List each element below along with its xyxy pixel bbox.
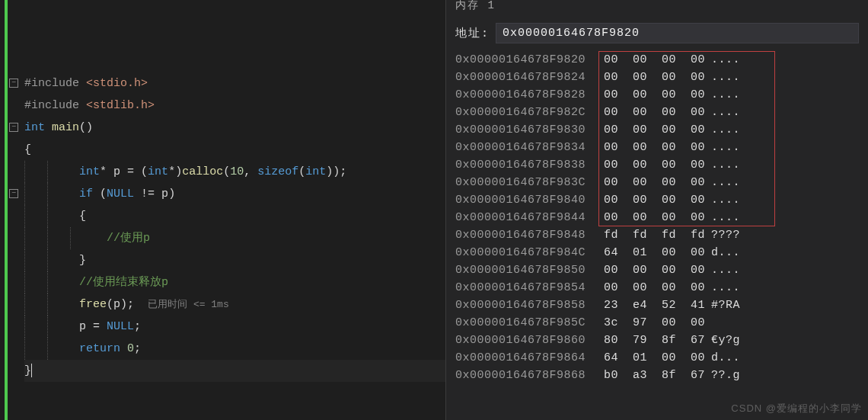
memory-row[interactable]: 0x00000164678F983C00 00 00 00.... bbox=[455, 174, 868, 191]
memory-row[interactable]: 0x00000164678F984C64 01 00 00d... bbox=[455, 244, 868, 261]
mem-bytes: 00 00 00 00 bbox=[604, 156, 707, 174]
mem-bytes: 23 e4 52 41 bbox=[604, 297, 707, 314]
mem-address: 0x00000164678F9854 bbox=[455, 279, 604, 297]
mem-bytes: 00 00 00 00 bbox=[604, 261, 707, 279]
mem-ascii: d... bbox=[707, 349, 775, 367]
mem-ascii: €y?g bbox=[707, 332, 775, 349]
memory-row[interactable]: 0x00000164678F9848fd fd fd fd???? bbox=[455, 226, 868, 244]
mem-bytes: 64 01 00 00 bbox=[604, 244, 707, 261]
mem-ascii: .... bbox=[707, 174, 775, 191]
mem-address: 0x00000164678F9850 bbox=[455, 261, 604, 279]
memory-row[interactable]: 0x00000164678F983400 00 00 00.... bbox=[455, 139, 868, 156]
fold-toggle-icon[interactable]: − bbox=[9, 123, 18, 132]
mem-ascii: .... bbox=[707, 261, 775, 279]
memory-rows: 0x00000164678F982000 00 00 00....0x00000… bbox=[446, 51, 868, 384]
mem-bytes: fd fd fd fd bbox=[604, 226, 707, 244]
mem-address: 0x00000164678F9860 bbox=[455, 332, 604, 349]
code-line[interactable]: return 0; bbox=[24, 338, 445, 360]
mem-ascii: .... bbox=[707, 121, 775, 139]
mem-address: 0x00000164678F9838 bbox=[455, 156, 604, 174]
mem-address: 0x00000164678F983C bbox=[455, 174, 604, 191]
memory-row[interactable]: 0x00000164678F9868b0 a3 8f 67??.g bbox=[455, 367, 868, 384]
mem-ascii: ???? bbox=[707, 226, 775, 244]
mem-address: 0x00000164678F9864 bbox=[455, 349, 604, 367]
memory-row[interactable]: 0x00000164678F983800 00 00 00.... bbox=[455, 156, 868, 174]
mem-address: 0x00000164678F9820 bbox=[455, 51, 604, 69]
code-line[interactable]: } bbox=[24, 360, 445, 382]
mem-bytes: 00 00 00 00 bbox=[604, 121, 707, 139]
memory-row[interactable]: 0x00000164678F986080 79 8f 67€y?g bbox=[455, 332, 868, 349]
mem-address: 0x00000164678F985C bbox=[455, 314, 604, 332]
memory-row[interactable]: 0x00000164678F985C3c 97 00 00 bbox=[455, 314, 868, 332]
code-line[interactable]: //使用结束释放p bbox=[24, 271, 445, 293]
memory-row[interactable]: 0x00000164678F982800 00 00 00.... bbox=[455, 86, 868, 104]
code-line[interactable]: //使用p bbox=[24, 227, 445, 249]
mem-ascii: .... bbox=[707, 69, 775, 86]
address-label: 地址: bbox=[455, 26, 490, 40]
mem-ascii: ??.g bbox=[707, 367, 775, 384]
mem-ascii: .... bbox=[707, 104, 775, 121]
mem-address: 0x00000164678F9830 bbox=[455, 121, 604, 139]
code-line[interactable]: { bbox=[24, 205, 445, 227]
mem-bytes: 64 01 00 00 bbox=[604, 349, 707, 367]
mem-bytes: 00 00 00 00 bbox=[604, 191, 707, 209]
memory-address-bar: 地址: bbox=[446, 17, 868, 51]
memory-row[interactable]: 0x00000164678F985823 e4 52 41#?RA bbox=[455, 297, 868, 314]
mem-ascii: .... bbox=[707, 209, 775, 226]
mem-ascii: .... bbox=[707, 191, 775, 209]
code-editor-panel: −−− #include <stdio.h>#include <stdlib.h… bbox=[0, 0, 445, 420]
code-line[interactable]: int main() bbox=[24, 117, 445, 139]
mem-ascii bbox=[707, 314, 775, 332]
mem-address: 0x00000164678F9824 bbox=[455, 69, 604, 86]
mem-ascii: #?RA bbox=[707, 297, 775, 314]
code-line[interactable]: { bbox=[24, 139, 445, 161]
memory-row[interactable]: 0x00000164678F982000 00 00 00.... bbox=[455, 51, 868, 69]
mem-bytes: 00 00 00 00 bbox=[604, 209, 707, 226]
mem-address: 0x00000164678F9834 bbox=[455, 139, 604, 156]
mem-ascii: d... bbox=[707, 244, 775, 261]
mem-address: 0x00000164678F9858 bbox=[455, 297, 604, 314]
address-input[interactable] bbox=[496, 23, 859, 43]
watermark: CSDN @爱编程的小李同学 bbox=[731, 402, 862, 415]
fold-gutter: −−− bbox=[8, 0, 21, 420]
code-line[interactable]: p = NULL; bbox=[24, 316, 445, 338]
mem-bytes: b0 a3 8f 67 bbox=[604, 367, 707, 384]
code-line[interactable]: #include <stdio.h> bbox=[24, 72, 445, 95]
memory-row[interactable]: 0x00000164678F982C00 00 00 00.... bbox=[455, 104, 868, 121]
fold-toggle-icon[interactable]: − bbox=[9, 189, 18, 198]
memory-row[interactable]: 0x00000164678F982400 00 00 00.... bbox=[455, 69, 868, 86]
mem-address: 0x00000164678F9848 bbox=[455, 226, 604, 244]
memory-panel-title: 内存 1 bbox=[446, 0, 868, 17]
mem-bytes: 00 00 00 00 bbox=[604, 279, 707, 297]
mem-bytes: 00 00 00 00 bbox=[604, 139, 707, 156]
mem-ascii: .... bbox=[707, 86, 775, 104]
code-line[interactable]: if (NULL != p) bbox=[24, 183, 445, 205]
mem-bytes: 00 00 00 00 bbox=[604, 174, 707, 191]
memory-row[interactable]: 0x00000164678F985000 00 00 00.... bbox=[455, 261, 868, 279]
mem-bytes: 00 00 00 00 bbox=[604, 69, 707, 86]
memory-row[interactable]: 0x00000164678F984000 00 00 00.... bbox=[455, 191, 868, 209]
code-area[interactable]: #include <stdio.h>#include <stdlib.h>int… bbox=[21, 0, 445, 420]
memory-row[interactable]: 0x00000164678F984400 00 00 00.... bbox=[455, 209, 868, 226]
mem-address: 0x00000164678F984C bbox=[455, 244, 604, 261]
mem-bytes: 00 00 00 00 bbox=[604, 51, 707, 69]
memory-row[interactable]: 0x00000164678F986464 01 00 00d... bbox=[455, 349, 868, 367]
mem-address: 0x00000164678F982C bbox=[455, 104, 604, 121]
code-line[interactable]: free(p); 已用时间 <= 1ms bbox=[24, 293, 445, 316]
mem-ascii: .... bbox=[707, 156, 775, 174]
mem-address: 0x00000164678F9840 bbox=[455, 191, 604, 209]
mem-address: 0x00000164678F9868 bbox=[455, 367, 604, 384]
mem-address: 0x00000164678F9828 bbox=[455, 86, 604, 104]
fold-toggle-icon[interactable]: − bbox=[9, 79, 18, 88]
mem-bytes: 00 00 00 00 bbox=[604, 104, 707, 121]
code-line[interactable]: int* p = (int*)calloc(10, sizeof(int)); bbox=[24, 161, 445, 183]
memory-row[interactable]: 0x00000164678F985400 00 00 00.... bbox=[455, 279, 868, 297]
mem-ascii: .... bbox=[707, 51, 775, 69]
mem-ascii: .... bbox=[707, 279, 775, 297]
mem-bytes: 3c 97 00 00 bbox=[604, 314, 707, 332]
code-line[interactable]: } bbox=[24, 249, 445, 271]
mem-address: 0x00000164678F9844 bbox=[455, 209, 604, 226]
mem-bytes: 00 00 00 00 bbox=[604, 86, 707, 104]
memory-row[interactable]: 0x00000164678F983000 00 00 00.... bbox=[455, 121, 868, 139]
code-line[interactable]: #include <stdlib.h> bbox=[24, 95, 445, 117]
